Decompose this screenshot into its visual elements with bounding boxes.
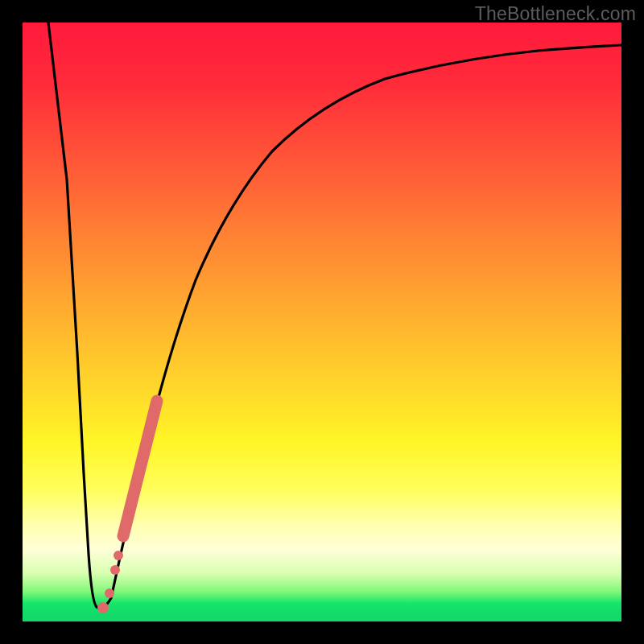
marker-dot-3 — [105, 588, 114, 598]
curve-svg — [23, 23, 621, 621]
plot-area — [23, 23, 621, 621]
watermark-text: TheBottleneck.com — [475, 3, 636, 25]
chart-frame: TheBottleneck.com — [0, 0, 644, 644]
marker-dot-4 — [97, 602, 109, 613]
bottleneck-curve — [48, 23, 621, 609]
marker-dot-2 — [110, 565, 120, 575]
marker-dot-1 — [114, 551, 123, 560]
highlight-segment — [123, 401, 157, 536]
